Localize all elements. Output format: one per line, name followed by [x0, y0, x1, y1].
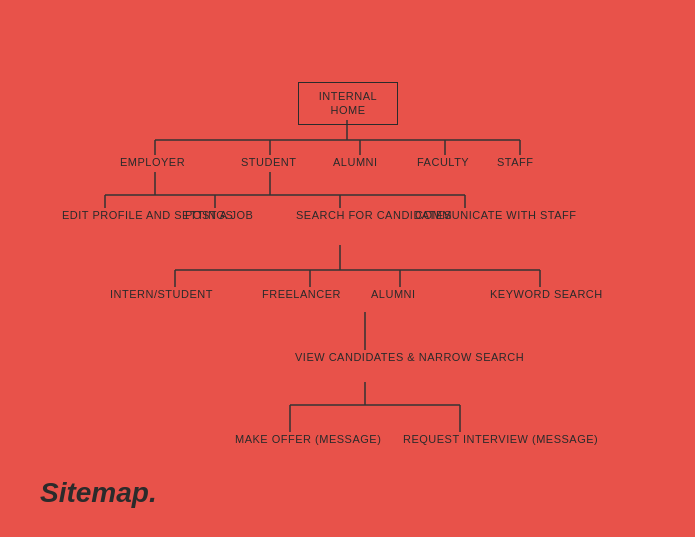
- student-node: STUDENT: [241, 155, 296, 169]
- communicate-node: COMMUNICATE WITH STAFF: [415, 208, 577, 223]
- faculty-node: FACULTY: [417, 155, 469, 169]
- alumni2-node: ALUMNI: [371, 287, 416, 301]
- freelancer-node: FREELANCER: [262, 287, 341, 301]
- request-interview-node: REQUEST INTERVIEW (MESSAGE): [403, 432, 598, 447]
- staff-node: STAFF: [497, 155, 534, 169]
- sitemap-diagram: INTERNAL HOME EMPLOYER STUDENT ALUMNI FA…: [0, 0, 695, 537]
- employer-node: EMPLOYER: [120, 155, 185, 169]
- intern-student-node: INTERN/STUDENT: [110, 287, 213, 301]
- alumni-node: ALUMNI: [333, 155, 378, 169]
- keyword-search-node: KEYWORD SEARCH: [490, 287, 603, 301]
- view-candidates-node: VIEW CANDIDATES & NARROW SEARCH: [295, 350, 524, 365]
- page-title: Sitemap.: [40, 477, 157, 509]
- internal-home-node: INTERNAL HOME: [298, 82, 398, 125]
- post-job-node: POST A JOB: [185, 208, 253, 223]
- make-offer-node: MAKE OFFER (MESSAGE): [235, 432, 381, 447]
- connector-lines: [0, 0, 695, 537]
